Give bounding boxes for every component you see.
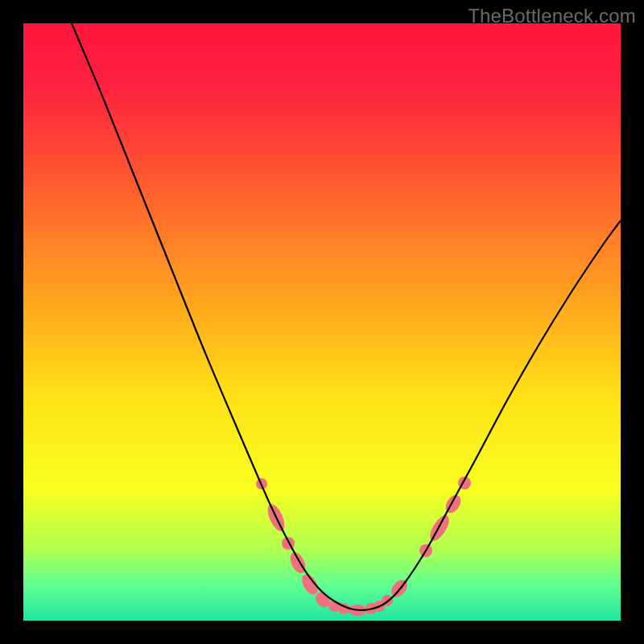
chart-svg — [23, 23, 621, 621]
gradient-background — [23, 23, 621, 621]
chart-area — [23, 23, 621, 621]
